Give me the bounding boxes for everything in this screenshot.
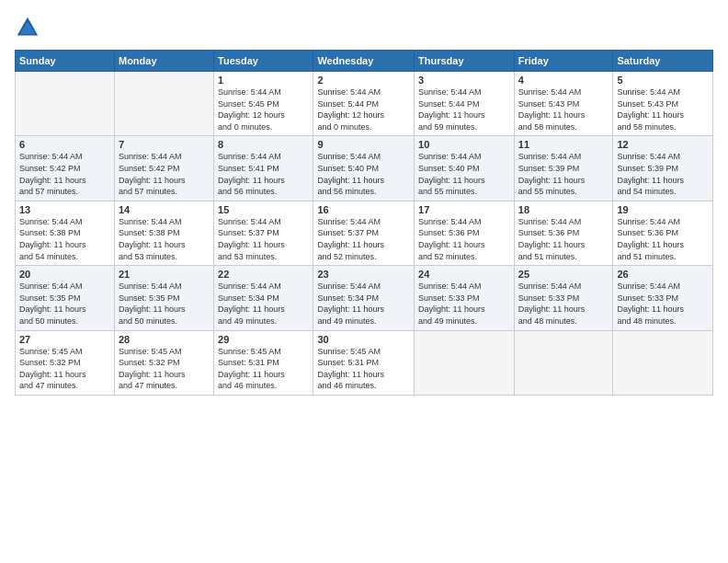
day-info: Sunrise: 5:44 AM Sunset: 5:43 PM Dayligh… (617, 86, 709, 132)
day-cell: 29Sunrise: 5:45 AM Sunset: 5:31 PM Dayli… (214, 330, 313, 395)
day-number: 2 (317, 75, 410, 86)
day-number: 16 (317, 204, 410, 215)
day-number: 22 (218, 269, 309, 280)
day-info: Sunrise: 5:44 AM Sunset: 5:37 PM Dayligh… (317, 216, 410, 262)
day-number: 13 (19, 204, 110, 215)
day-cell: 7Sunrise: 5:44 AM Sunset: 5:42 PM Daylig… (114, 136, 213, 201)
day-info: Sunrise: 5:44 AM Sunset: 5:44 PM Dayligh… (317, 86, 410, 132)
day-cell: 28Sunrise: 5:45 AM Sunset: 5:32 PM Dayli… (114, 330, 213, 395)
week-row-3: 13Sunrise: 5:44 AM Sunset: 5:38 PM Dayli… (16, 201, 713, 265)
day-cell: 6Sunrise: 5:44 AM Sunset: 5:42 PM Daylig… (16, 136, 115, 201)
col-header-sunday: Sunday (16, 51, 115, 72)
day-cell: 30Sunrise: 5:45 AM Sunset: 5:31 PM Dayli… (313, 330, 415, 395)
day-cell (613, 330, 713, 395)
logo (15, 15, 44, 40)
day-number: 24 (418, 269, 510, 280)
day-cell: 21Sunrise: 5:44 AM Sunset: 5:35 PM Dayli… (114, 266, 213, 330)
day-cell: 26Sunrise: 5:44 AM Sunset: 5:33 PM Dayli… (613, 266, 713, 330)
day-info: Sunrise: 5:44 AM Sunset: 5:40 PM Dayligh… (317, 151, 410, 197)
day-number: 20 (19, 269, 110, 280)
day-number: 18 (518, 204, 609, 215)
day-number: 23 (317, 269, 410, 280)
day-info: Sunrise: 5:44 AM Sunset: 5:33 PM Dayligh… (518, 281, 609, 327)
day-number: 3 (418, 75, 510, 86)
day-cell: 16Sunrise: 5:44 AM Sunset: 5:37 PM Dayli… (313, 201, 415, 265)
col-header-thursday: Thursday (415, 51, 515, 72)
day-number: 8 (218, 139, 309, 150)
day-cell: 22Sunrise: 5:44 AM Sunset: 5:34 PM Dayli… (214, 266, 313, 330)
day-number: 25 (518, 269, 609, 280)
day-cell: 23Sunrise: 5:44 AM Sunset: 5:34 PM Dayli… (313, 266, 415, 330)
day-cell: 24Sunrise: 5:44 AM Sunset: 5:33 PM Dayli… (415, 266, 515, 330)
day-info: Sunrise: 5:44 AM Sunset: 5:40 PM Dayligh… (418, 151, 510, 197)
day-info: Sunrise: 5:44 AM Sunset: 5:42 PM Dayligh… (119, 151, 210, 197)
day-number: 19 (617, 204, 709, 215)
day-cell: 12Sunrise: 5:44 AM Sunset: 5:39 PM Dayli… (613, 136, 713, 201)
day-info: Sunrise: 5:44 AM Sunset: 5:33 PM Dayligh… (418, 281, 510, 327)
day-info: Sunrise: 5:44 AM Sunset: 5:36 PM Dayligh… (518, 216, 609, 262)
day-cell: 13Sunrise: 5:44 AM Sunset: 5:38 PM Dayli… (16, 201, 115, 265)
day-info: Sunrise: 5:44 AM Sunset: 5:34 PM Dayligh… (317, 281, 410, 327)
col-header-friday: Friday (514, 51, 613, 72)
day-cell: 20Sunrise: 5:44 AM Sunset: 5:35 PM Dayli… (16, 266, 115, 330)
day-cell: 5Sunrise: 5:44 AM Sunset: 5:43 PM Daylig… (613, 72, 713, 136)
week-row-2: 6Sunrise: 5:44 AM Sunset: 5:42 PM Daylig… (16, 136, 713, 201)
day-info: Sunrise: 5:44 AM Sunset: 5:35 PM Dayligh… (19, 281, 110, 327)
day-cell: 2Sunrise: 5:44 AM Sunset: 5:44 PM Daylig… (313, 72, 415, 136)
day-info: Sunrise: 5:44 AM Sunset: 5:36 PM Dayligh… (617, 216, 709, 262)
day-number: 12 (617, 139, 709, 150)
day-info: Sunrise: 5:45 AM Sunset: 5:31 PM Dayligh… (218, 346, 309, 392)
logo-icon (15, 15, 40, 40)
day-cell: 9Sunrise: 5:44 AM Sunset: 5:40 PM Daylig… (313, 136, 415, 201)
week-row-1: 1Sunrise: 5:44 AM Sunset: 5:45 PM Daylig… (16, 72, 713, 136)
day-info: Sunrise: 5:44 AM Sunset: 5:44 PM Dayligh… (418, 86, 510, 132)
day-info: Sunrise: 5:44 AM Sunset: 5:36 PM Dayligh… (418, 216, 510, 262)
week-row-4: 20Sunrise: 5:44 AM Sunset: 5:35 PM Dayli… (16, 266, 713, 330)
day-cell: 17Sunrise: 5:44 AM Sunset: 5:36 PM Dayli… (415, 201, 515, 265)
day-number: 14 (119, 204, 210, 215)
week-row-5: 27Sunrise: 5:45 AM Sunset: 5:32 PM Dayli… (16, 330, 713, 395)
day-cell (114, 72, 213, 136)
day-info: Sunrise: 5:45 AM Sunset: 5:31 PM Dayligh… (317, 346, 410, 392)
col-header-tuesday: Tuesday (214, 51, 313, 72)
day-cell: 3Sunrise: 5:44 AM Sunset: 5:44 PM Daylig… (415, 72, 515, 136)
day-cell: 25Sunrise: 5:44 AM Sunset: 5:33 PM Dayli… (514, 266, 613, 330)
day-number: 5 (617, 75, 709, 86)
day-info: Sunrise: 5:45 AM Sunset: 5:32 PM Dayligh… (19, 346, 110, 392)
day-number: 17 (418, 204, 510, 215)
col-header-wednesday: Wednesday (313, 51, 415, 72)
day-cell: 11Sunrise: 5:44 AM Sunset: 5:39 PM Dayli… (514, 136, 613, 201)
day-info: Sunrise: 5:44 AM Sunset: 5:39 PM Dayligh… (518, 151, 609, 197)
day-info: Sunrise: 5:44 AM Sunset: 5:35 PM Dayligh… (119, 281, 210, 327)
day-number: 29 (218, 334, 309, 345)
day-cell (415, 330, 515, 395)
day-info: Sunrise: 5:44 AM Sunset: 5:41 PM Dayligh… (218, 151, 309, 197)
day-number: 6 (19, 139, 110, 150)
day-number: 15 (218, 204, 309, 215)
day-info: Sunrise: 5:44 AM Sunset: 5:34 PM Dayligh… (218, 281, 309, 327)
day-number: 11 (518, 139, 609, 150)
day-number: 21 (119, 269, 210, 280)
day-number: 1 (218, 75, 309, 86)
day-info: Sunrise: 5:44 AM Sunset: 5:39 PM Dayligh… (617, 151, 709, 197)
day-cell: 15Sunrise: 5:44 AM Sunset: 5:37 PM Dayli… (214, 201, 313, 265)
day-cell: 10Sunrise: 5:44 AM Sunset: 5:40 PM Dayli… (415, 136, 515, 201)
header-row: SundayMondayTuesdayWednesdayThursdayFrid… (16, 51, 713, 72)
day-cell: 1Sunrise: 5:44 AM Sunset: 5:45 PM Daylig… (214, 72, 313, 136)
day-cell: 27Sunrise: 5:45 AM Sunset: 5:32 PM Dayli… (16, 330, 115, 395)
day-cell: 14Sunrise: 5:44 AM Sunset: 5:38 PM Dayli… (114, 201, 213, 265)
day-number: 28 (119, 334, 210, 345)
day-number: 10 (418, 139, 510, 150)
col-header-saturday: Saturday (613, 51, 713, 72)
day-number: 27 (19, 334, 110, 345)
day-info: Sunrise: 5:45 AM Sunset: 5:32 PM Dayligh… (119, 346, 210, 392)
day-cell: 19Sunrise: 5:44 AM Sunset: 5:36 PM Dayli… (613, 201, 713, 265)
day-number: 9 (317, 139, 410, 150)
day-cell: 18Sunrise: 5:44 AM Sunset: 5:36 PM Dayli… (514, 201, 613, 265)
day-number: 4 (518, 75, 609, 86)
day-cell: 4Sunrise: 5:44 AM Sunset: 5:43 PM Daylig… (514, 72, 613, 136)
day-info: Sunrise: 5:44 AM Sunset: 5:42 PM Dayligh… (19, 151, 110, 197)
day-cell (16, 72, 115, 136)
day-info: Sunrise: 5:44 AM Sunset: 5:38 PM Dayligh… (19, 216, 110, 262)
day-info: Sunrise: 5:44 AM Sunset: 5:45 PM Dayligh… (218, 86, 309, 132)
